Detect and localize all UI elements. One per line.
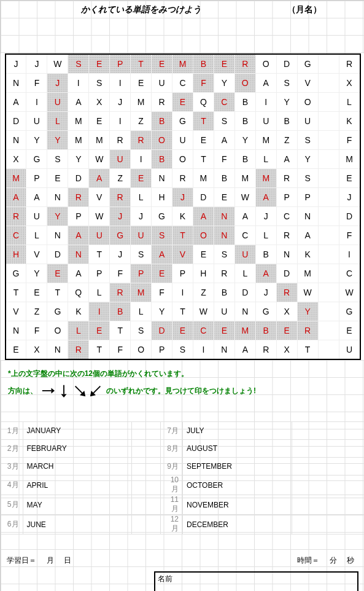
grid-cell: S bbox=[47, 150, 68, 169]
grid-cell: P bbox=[152, 340, 172, 360]
grid-cell: T bbox=[193, 112, 214, 131]
grid-cell: V bbox=[89, 188, 110, 207]
svg-line-6 bbox=[93, 386, 100, 393]
grid-cell: A bbox=[255, 264, 276, 283]
grid-cell: Z bbox=[26, 302, 47, 321]
grid-cell: M bbox=[234, 321, 255, 340]
grid-cell: T bbox=[297, 340, 318, 360]
grid-cell: L bbox=[255, 150, 276, 169]
grid-cell: F bbox=[110, 340, 131, 360]
grid-cell: G bbox=[47, 302, 68, 321]
grid-cell: E bbox=[339, 321, 360, 340]
header: かくれている単語をみつけよう （月名） bbox=[1, 1, 364, 19]
grid-cell: T bbox=[89, 245, 110, 264]
grid-cell: W bbox=[47, 54, 68, 74]
grid-cell: P bbox=[110, 54, 131, 74]
grid-cell: G bbox=[255, 302, 276, 321]
grid-cell bbox=[318, 150, 339, 169]
grid-cell: S bbox=[297, 131, 318, 150]
grid-cell: Z bbox=[131, 112, 152, 131]
grid-cell: O bbox=[234, 74, 255, 93]
grid-cell: F bbox=[152, 283, 172, 302]
svg-line-4 bbox=[76, 386, 82, 393]
grid-cell: A bbox=[26, 188, 47, 207]
grid-cell: J bbox=[47, 74, 68, 93]
grid-cell: X bbox=[6, 150, 26, 169]
grid-cell: T bbox=[6, 283, 26, 302]
grid-cell: I bbox=[255, 93, 276, 112]
page-title: かくれている単語をみつけよう bbox=[1, 4, 281, 15]
grid-cell: R bbox=[276, 226, 297, 245]
grid-cell: N bbox=[214, 226, 234, 245]
grid-cell: C bbox=[214, 93, 234, 112]
grid-cell bbox=[318, 93, 339, 112]
grid-cell: E bbox=[47, 169, 68, 188]
grid-cell: D bbox=[276, 264, 297, 283]
grid-cell: O bbox=[47, 321, 68, 340]
arrow-right-icon bbox=[41, 384, 55, 397]
grid-cell: I bbox=[172, 283, 193, 302]
grid-cell: J bbox=[6, 54, 26, 74]
grid-cell: R bbox=[255, 340, 276, 360]
grid-cell: N bbox=[152, 169, 172, 188]
grid-cell: S bbox=[297, 169, 318, 188]
grid-cell: Y bbox=[297, 302, 318, 321]
svg-marker-3 bbox=[61, 394, 66, 398]
grid-cell: O bbox=[297, 93, 318, 112]
grid-cell: D bbox=[6, 112, 26, 131]
grid-cell: A bbox=[214, 131, 234, 150]
grid-cell bbox=[318, 321, 339, 340]
grid-cell: S bbox=[214, 112, 234, 131]
grid-cell: A bbox=[89, 169, 110, 188]
grid-cell: R bbox=[110, 131, 131, 150]
grid-cell: W bbox=[297, 283, 318, 302]
grid-cell: T bbox=[131, 54, 152, 74]
grid-cell: F bbox=[26, 74, 47, 93]
grid-cell: M bbox=[89, 131, 110, 150]
grid-cell: B bbox=[214, 169, 234, 188]
grid-cell: B bbox=[276, 112, 297, 131]
grid-cell: M bbox=[68, 131, 89, 150]
grid-cell: V bbox=[297, 74, 318, 93]
grid-cell: A bbox=[255, 74, 276, 93]
grid-cell: R bbox=[110, 188, 131, 207]
grid-cell: P bbox=[68, 207, 89, 226]
grid-cell: E bbox=[152, 264, 172, 283]
grid-cell: R bbox=[131, 131, 152, 150]
grid-cell: W bbox=[89, 207, 110, 226]
grid-cell: U bbox=[339, 340, 360, 360]
month-row: 2月FEBRUARY8月AUGUST bbox=[1, 440, 365, 458]
name-box[interactable]: 名前 bbox=[154, 571, 358, 591]
grid-cell: Y bbox=[234, 131, 255, 150]
grid-cell: E bbox=[26, 283, 47, 302]
grid-cell: Q bbox=[193, 93, 214, 112]
grid-cell: M bbox=[68, 112, 89, 131]
grid-cell: K bbox=[172, 207, 193, 226]
grid-cell: P bbox=[131, 264, 152, 283]
grid-cell: F bbox=[26, 321, 47, 340]
grid-cell: X bbox=[276, 302, 297, 321]
grid-cell: I bbox=[26, 93, 47, 112]
grid-cell: C bbox=[172, 74, 193, 93]
grid-cell: S bbox=[68, 54, 89, 74]
grid-cell: D bbox=[276, 54, 297, 74]
grid-cell: J bbox=[255, 207, 276, 226]
grid-cell: L bbox=[26, 226, 47, 245]
grid-cell: B bbox=[255, 245, 276, 264]
grid-cell: S bbox=[131, 321, 152, 340]
grid-cell: B bbox=[234, 150, 255, 169]
grid-cell: C bbox=[339, 264, 360, 283]
grid-cell: E bbox=[193, 131, 214, 150]
category-label: （月名） bbox=[281, 4, 328, 15]
direction-arrows bbox=[41, 384, 103, 397]
grid-cell: A bbox=[234, 207, 255, 226]
grid-cell: N bbox=[47, 340, 68, 360]
grid-cell: N bbox=[6, 74, 26, 93]
grid-cell: L bbox=[68, 321, 89, 340]
grid-cell: A bbox=[6, 188, 26, 207]
grid-cell: I bbox=[193, 340, 214, 360]
grid-cell: P bbox=[89, 264, 110, 283]
grid-cell: X bbox=[89, 93, 110, 112]
grid-cell: G bbox=[6, 264, 26, 283]
grid-cell: D bbox=[68, 169, 89, 188]
